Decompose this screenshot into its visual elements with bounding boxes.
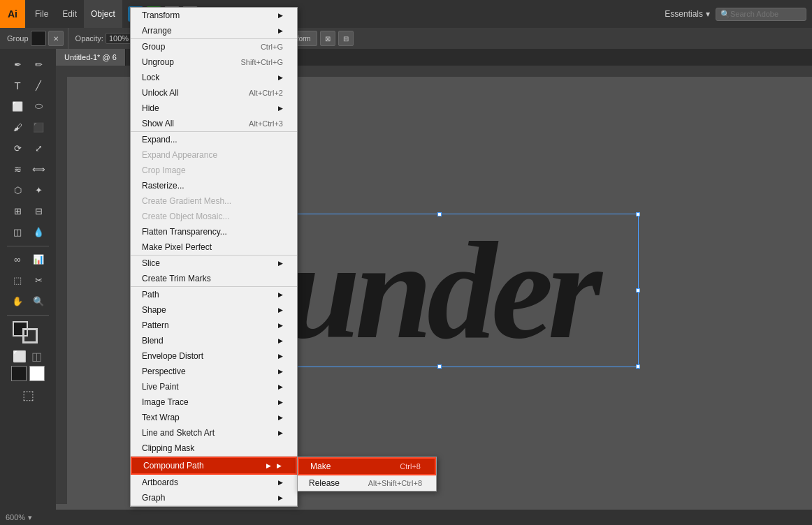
menu-text-wrap[interactable]: Text Wrap <box>131 410 297 425</box>
opacity-label: Opacity: <box>75 34 103 43</box>
handle-tr[interactable] <box>636 212 640 216</box>
graph-tool[interactable]: 📊 <box>29 249 48 269</box>
menu-create-trim-marks[interactable]: Create Trim Marks <box>131 271 297 286</box>
menu-envelope-distort-label: Envelope Distort <box>142 351 203 361</box>
width-tool[interactable]: ⟺ <box>29 159 48 179</box>
gradient-tool[interactable]: ◫ <box>8 222 27 242</box>
menu-graph-label: Graph <box>142 493 165 503</box>
search-box[interactable]: 🔍 <box>716 8 806 21</box>
tab-untitled[interactable]: Untitled-1* @ 6 <box>56 49 126 66</box>
menu-unlock-all[interactable]: Unlock All Alt+Ctrl+2 <box>131 85 297 101</box>
compound-path-wrapper: Compound Path ▶ Make Ctrl+8 Release Alt+… <box>131 457 297 475</box>
slice-tool[interactable]: ✂ <box>29 270 48 290</box>
blob-tool[interactable]: ⬛ <box>29 117 48 137</box>
menu-blend[interactable]: Blend <box>131 333 297 348</box>
rect-tool[interactable]: ⬜ <box>8 96 27 116</box>
menu-object[interactable]: Object <box>84 0 122 28</box>
perspective-tool[interactable]: ⊞ <box>8 201 27 221</box>
blend-tool[interactable]: ∞ <box>8 249 27 269</box>
menu-ungroup[interactable]: Ungroup Shift+Ctrl+G <box>131 54 297 70</box>
paintbrush-tool[interactable]: 🖌 <box>8 117 27 137</box>
submenu-make[interactable]: Make Ctrl+8 <box>298 457 436 475</box>
second-toolbar: Group ✕ Opacity: 100% ▾ Style: ▾ Basic ▾… <box>0 28 812 49</box>
ai-logo: Ai <box>0 0 25 28</box>
menu-graph[interactable]: Graph <box>131 490 297 505</box>
artboard-icon-btn[interactable]: ⬚ <box>15 387 41 404</box>
type-tool[interactable]: T <box>8 75 27 95</box>
menu-path[interactable]: Path <box>131 287 297 302</box>
menu-make-pixel-perfect-label: Make Pixel Perfect <box>142 242 212 252</box>
menu-shape-label: Shape <box>142 305 166 315</box>
fill-color-btn[interactable] <box>31 31 46 46</box>
menu-hide[interactable]: Hide <box>131 101 297 116</box>
tool-separator-2 <box>7 315 49 316</box>
gradient-icon[interactable]: ◫ <box>29 349 43 363</box>
menu-transform[interactable]: Transform <box>131 8 297 23</box>
menu-rasterize[interactable]: Rasterize... <box>131 178 297 193</box>
menu-artboards[interactable]: Artboards <box>131 475 297 490</box>
handle-tm[interactable] <box>437 212 442 216</box>
tool-row-10: ◫ 💧 <box>8 222 48 242</box>
background-swatch[interactable] <box>29 366 45 381</box>
menu-edit[interactable]: Edit <box>55 0 84 28</box>
tool-row-13: ✋ 🔍 <box>8 291 48 311</box>
menu-section-6: Compound Path ▶ Make Ctrl+8 Release Alt+… <box>131 457 297 506</box>
menu-perspective[interactable]: Perspective <box>131 364 297 379</box>
menu-unlock-all-shortcut: Alt+Ctrl+2 <box>249 89 283 97</box>
artboard-tool[interactable]: ⬚ <box>8 270 27 290</box>
submenu-release[interactable]: Release Alt+Shift+Ctrl+8 <box>298 475 436 491</box>
mesh-tool[interactable]: ⊟ <box>29 201 48 221</box>
menu-arrange[interactable]: Arrange <box>131 23 297 38</box>
menu-shape[interactable]: Shape <box>131 302 297 318</box>
stroke-btn[interactable]: ✕ <box>48 31 64 46</box>
rotate-tool[interactable]: ⟳ <box>8 138 27 158</box>
ellipse-tool[interactable]: ⬭ <box>29 96 48 116</box>
none-icon[interactable]: ⬜ <box>13 349 27 363</box>
menu-compound-path[interactable]: Compound Path ▶ <box>131 457 297 475</box>
zoom-tool[interactable]: 🔍 <box>29 291 48 311</box>
stroke-color-box[interactable] <box>22 328 38 343</box>
menu-compound-path-label: Compound Path <box>143 461 204 471</box>
hand-tool[interactable]: ✋ <box>8 291 27 311</box>
pencil-tool[interactable]: ✏ <box>29 54 48 74</box>
menu-image-trace[interactable]: Image Trace <box>131 394 297 410</box>
menu-make-pixel-perfect[interactable]: Make Pixel Perfect <box>131 239 297 255</box>
menu-slice[interactable]: Slice <box>131 256 297 271</box>
menu-flatten-transparency[interactable]: Flatten Transparency... <box>131 224 297 239</box>
free-transform-tool[interactable]: ⬡ <box>8 180 27 200</box>
essentials-dropdown[interactable]: Essentials ▾ <box>665 9 710 19</box>
line-tool[interactable]: ╱ <box>29 75 48 95</box>
menu-lock[interactable]: Lock <box>131 70 297 85</box>
warp-tool[interactable]: ≋ <box>8 159 27 179</box>
color-swatch-row <box>11 366 45 381</box>
handle-br[interactable] <box>636 364 640 369</box>
menu-gradient-mesh-label: Create Gradient Mesh... <box>142 196 231 206</box>
pathfinder-icon[interactable]: ⊠ <box>320 31 335 46</box>
compound-path-submenu: Make Ctrl+8 Release Alt+Shift+Ctrl+8 <box>297 457 437 491</box>
menu-line-sketch[interactable]: Line and Sketch Art <box>131 425 297 441</box>
tool-row-5: 🖌 ⬛ <box>8 117 48 137</box>
menu-clipping-mask[interactable]: Clipping Mask <box>131 441 297 456</box>
menu-expand[interactable]: Expand... <box>131 132 297 147</box>
align2-icon[interactable]: ⊟ <box>338 31 354 46</box>
menu-lock-label: Lock <box>142 73 159 82</box>
menu-unlock-all-label: Unlock All <box>142 88 179 98</box>
handle-mr[interactable] <box>636 288 640 293</box>
menu-file[interactable]: File <box>28 0 55 28</box>
eyedropper-tool[interactable]: 💧 <box>29 222 48 242</box>
menu-group[interactable]: Group Ctrl+G <box>131 39 297 54</box>
menu-envelope-distort[interactable]: Envelope Distort <box>131 348 297 364</box>
search-input[interactable] <box>730 10 802 18</box>
puppet-warp-tool[interactable]: ✦ <box>29 180 48 200</box>
scale-tool[interactable]: ⤢ <box>29 138 48 158</box>
handle-bm[interactable] <box>437 364 442 369</box>
foreground-swatch[interactable] <box>11 366 27 381</box>
pen-tool[interactable]: ✒ <box>8 54 27 74</box>
menu-live-paint[interactable]: Live Paint <box>131 379 297 394</box>
zoom-value[interactable]: 600% <box>6 513 25 522</box>
menu-show-all[interactable]: Show All Alt+Ctrl+3 <box>131 116 297 131</box>
menu-pattern[interactable]: Pattern <box>131 318 297 333</box>
menu-ungroup-label: Ungroup <box>142 57 174 67</box>
opacity-value[interactable]: 100% <box>106 33 132 44</box>
tool-row-7: ≋ ⟺ <box>8 159 48 179</box>
